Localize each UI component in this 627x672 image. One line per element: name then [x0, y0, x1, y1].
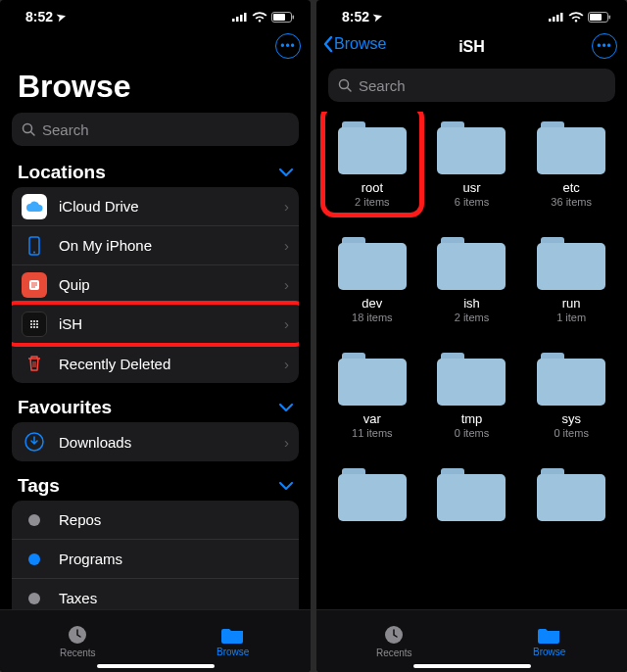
location-on-my-iphone[interactable]: On My iPhone ›	[12, 226, 299, 265]
search-input[interactable]: Search	[328, 69, 615, 102]
folder-icon	[338, 353, 407, 406]
status-time: 8:52	[25, 9, 53, 24]
svg-rect-34	[609, 15, 611, 19]
folder-icon	[537, 468, 605, 521]
folder-sub: 1 item	[556, 312, 586, 323]
folder-etc[interactable]: etc 36 items	[525, 121, 617, 208]
folder-var[interactable]: var 11 items	[326, 353, 418, 439]
home-indicator[interactable]	[97, 664, 215, 668]
chevron-down-icon	[279, 482, 293, 491]
tab-label: Browse	[217, 647, 249, 657]
svg-point-22	[33, 326, 35, 328]
folder-sub: 36 items	[551, 196, 592, 208]
folder-sub: 2 items	[455, 312, 489, 323]
location-icon: ➤	[372, 10, 384, 24]
folder-name: dev	[362, 296, 382, 311]
tab-label: Recents	[60, 648, 96, 658]
section-locations[interactable]: Locations	[0, 156, 311, 187]
tab-recents[interactable]: Recents	[316, 610, 472, 672]
section-favourites[interactable]: Favourites	[0, 391, 311, 422]
more-button[interactable]: •••	[592, 33, 617, 59]
folder-usr[interactable]: usr 6 items	[426, 121, 518, 208]
folder-partial[interactable]	[326, 468, 418, 528]
folder-ish[interactable]: ish 2 items	[426, 237, 518, 323]
folder-partial[interactable]	[426, 468, 518, 528]
folder-root[interactable]: root 2 items	[326, 121, 418, 208]
tag-repos[interactable]: Repos	[12, 501, 299, 540]
svg-rect-29	[553, 17, 555, 22]
svg-rect-2	[240, 15, 243, 22]
page-title: Browse	[0, 65, 311, 113]
svg-point-16	[33, 320, 35, 322]
folder-run[interactable]: run 1 item	[525, 237, 617, 323]
folder-icon	[221, 625, 245, 645]
section-label: Tags	[18, 475, 60, 497]
folder-icon	[338, 121, 407, 174]
folder-sub: 0 items	[554, 427, 588, 439]
folder-partial[interactable]	[525, 468, 617, 528]
folder-sub: 18 items	[352, 312, 393, 323]
battery-icon	[588, 12, 611, 23]
search-icon	[22, 122, 36, 137]
folder-sys[interactable]: sys 0 items	[525, 353, 617, 439]
tag-dot-icon	[28, 553, 40, 565]
wifi-icon	[568, 12, 584, 23]
row-label: Recently Deleted	[59, 356, 284, 372]
location-icloud-drive[interactable]: iCloud Drive ›	[12, 187, 299, 226]
chevron-right-icon: ›	[284, 276, 289, 293]
more-button[interactable]: •••	[275, 33, 301, 59]
nav-bar: •••	[0, 29, 311, 65]
row-label: iCloud Drive	[59, 198, 284, 215]
row-label: Repos	[59, 511, 289, 528]
tag-programs[interactable]: Programs	[12, 540, 299, 579]
section-tags[interactable]: Tags	[0, 469, 311, 501]
locations-list: iCloud Drive › On My iPhone › Quip › iSH…	[12, 187, 299, 383]
folder-icon	[437, 353, 506, 406]
quip-icon	[22, 272, 47, 298]
icloud-icon	[22, 194, 47, 219]
tag-dot-icon	[28, 593, 40, 604]
search-input[interactable]: Search	[12, 113, 299, 146]
folder-tmp[interactable]: tmp 0 items	[426, 353, 518, 439]
tab-browse[interactable]: Browse	[472, 610, 628, 672]
row-label: Quip	[59, 276, 284, 293]
favourites-list: Downloads ›	[12, 422, 299, 461]
tab-browse[interactable]: Browse	[156, 610, 312, 672]
row-label: On My iPhone	[59, 237, 284, 254]
svg-rect-31	[560, 13, 563, 22]
favourite-downloads[interactable]: Downloads ›	[12, 422, 299, 461]
tab-recents[interactable]: Recents	[0, 610, 156, 672]
tag-dot-icon	[28, 514, 40, 526]
search-placeholder: Search	[42, 121, 89, 138]
ellipsis-icon: •••	[280, 39, 296, 53]
home-indicator[interactable]	[413, 664, 531, 668]
svg-rect-33	[590, 14, 602, 21]
phone-left: 8:52 ➤ ••• Browse Search Locations iClou…	[0, 0, 311, 672]
signal-icon	[232, 12, 248, 22]
status-time: 8:52	[342, 9, 369, 24]
row-label: Downloads	[59, 434, 284, 451]
iphone-icon	[22, 233, 47, 259]
tag-taxes[interactable]: Taxes	[12, 579, 299, 609]
tab-label: Recents	[376, 648, 412, 658]
folder-sub: 2 items	[355, 196, 389, 208]
tab-bar: Recents Browse	[0, 609, 311, 672]
location-quip[interactable]: Quip ›	[12, 265, 299, 305]
folder-icon	[537, 237, 605, 290]
search-icon	[338, 78, 353, 93]
location-ish[interactable]: iSH ›	[12, 305, 299, 344]
folder-name: ish	[463, 296, 480, 311]
back-button[interactable]: Browse	[322, 35, 386, 53]
folder-icon	[437, 237, 506, 290]
row-label: Programs	[59, 551, 289, 567]
svg-rect-3	[244, 13, 247, 22]
tab-label: Browse	[533, 647, 565, 657]
location-icon: ➤	[56, 10, 68, 24]
location-recently-deleted[interactable]: Recently Deleted ›	[12, 344, 299, 383]
status-bar: 8:52 ➤	[316, 0, 627, 29]
status-bar: 8:52 ➤	[0, 0, 311, 29]
folder-icon	[538, 625, 561, 645]
folder-name: var	[363, 411, 381, 426]
chevron-down-icon	[279, 404, 293, 412]
folder-dev[interactable]: dev 18 items	[326, 237, 418, 323]
